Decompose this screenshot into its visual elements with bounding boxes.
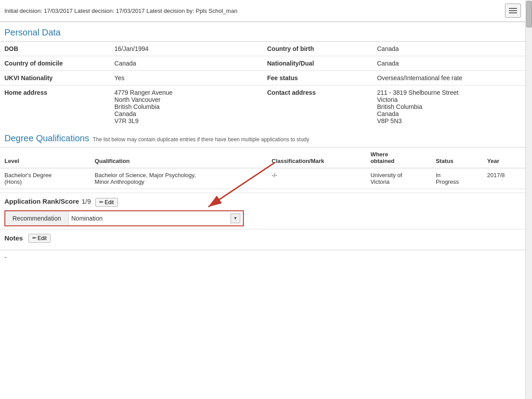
home-address-value: 4779 Ranger Avenue North Vancouver Briti… xyxy=(110,85,262,128)
notes-label: Notes xyxy=(4,234,23,242)
table-row: Country of domicile Canada Nationality/D… xyxy=(0,56,525,71)
table-row: UKVI Nationality Yes Fee status Overseas… xyxy=(0,71,525,85)
rank-edit-button[interactable]: ✏ Edit xyxy=(95,198,118,207)
nationality-label: Nationality/Dual xyxy=(262,56,372,71)
personal-data-table: DOB 16/Jan/1994 Country of birth Canada … xyxy=(0,41,525,128)
ukvi-value: Yes xyxy=(110,71,262,85)
degree-title-row: Degree Qualifications The list below may… xyxy=(0,128,525,145)
svg-line-1 xyxy=(208,163,275,207)
fee-status-value: Overseas/International fee rate xyxy=(373,71,526,85)
top-bar: Initial decision: 17/03/2017 Latest deci… xyxy=(0,0,525,22)
notes-pencil-icon: ✏ xyxy=(32,235,36,241)
notes-edit-label: Edit xyxy=(38,235,47,241)
ukvi-label: UKVI Nationality xyxy=(0,71,110,85)
nationality-value: Canada xyxy=(373,56,526,71)
annotation-arrow xyxy=(124,149,293,220)
table-row: Home address 4779 Ranger Avenue North Va… xyxy=(0,85,525,128)
degree-year: 2017/8 xyxy=(483,168,525,189)
country-domicile-value: Canada xyxy=(110,56,262,71)
app-rank-title: Application Rank/Score xyxy=(4,198,79,205)
personal-data-section: Personal Data DOB 16/Jan/1994 Country of… xyxy=(0,22,525,128)
col-year: Year xyxy=(483,147,525,168)
personal-data-title: Personal Data xyxy=(0,22,525,41)
bottom-dash: - xyxy=(4,254,7,261)
contact-address-label: Contact address xyxy=(262,85,372,128)
notes-section: Notes ✏ Edit xyxy=(0,229,525,247)
hamburger-line-3 xyxy=(509,12,517,13)
country-of-birth-value: Canada xyxy=(373,42,526,56)
country-domicile-label: Country of domicile xyxy=(0,56,110,71)
fee-status-label: Fee status xyxy=(262,71,372,85)
scrollbar-thumb[interactable] xyxy=(526,1,532,27)
degree-level: Bachelor's Degree(Hons) xyxy=(0,168,90,189)
recommendation-label: Recommendation xyxy=(5,211,69,225)
pencil-icon: ✏ xyxy=(99,199,103,205)
col-level: Level xyxy=(0,147,90,168)
scrollbar[interactable] xyxy=(525,0,532,399)
decision-text: Initial decision: 17/03/2017 Latest deci… xyxy=(4,8,237,14)
degree-status: InProgress xyxy=(431,168,483,189)
degree-title: Degree Qualifications xyxy=(4,133,89,143)
col-where-obtained: Whereobtained xyxy=(366,147,431,168)
dob-value: 16/Jan/1994 xyxy=(110,42,262,56)
degree-subtitle: The list below may contain duplicate ent… xyxy=(93,136,309,143)
app-rank-score: 1/9 xyxy=(82,198,91,205)
contact-address-value: 211 - 3819 Shelbourne Street Victoria Br… xyxy=(373,85,526,128)
notes-edit-button[interactable]: ✏ Edit xyxy=(28,234,51,243)
hamburger-line-2 xyxy=(509,10,517,11)
country-of-birth-label: Country of birth xyxy=(262,42,372,56)
hamburger-button[interactable] xyxy=(505,4,521,18)
bottom-spacer: - xyxy=(0,250,525,264)
rank-edit-label: Edit xyxy=(105,199,114,205)
hamburger-line-1 xyxy=(509,8,517,9)
home-address-label: Home address xyxy=(0,85,110,128)
degree-where-obtained: University ofVictoria xyxy=(366,168,431,189)
table-row: DOB 16/Jan/1994 Country of birth Canada xyxy=(0,42,525,56)
dob-label: DOB xyxy=(0,42,110,56)
col-status: Status xyxy=(431,147,483,168)
